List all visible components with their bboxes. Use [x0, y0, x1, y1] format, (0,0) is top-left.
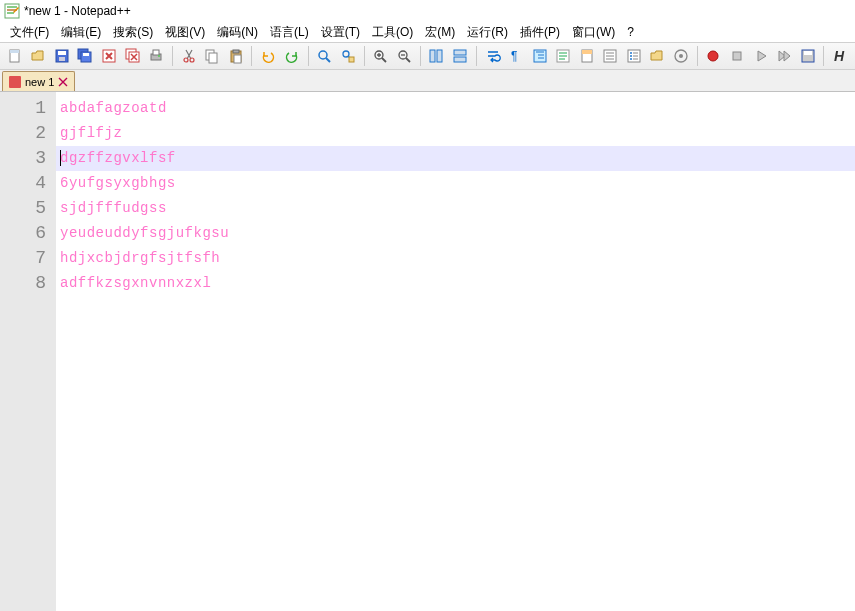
zoom-in-button[interactable]	[370, 45, 392, 67]
function-list-button[interactable]	[623, 45, 645, 67]
code-line[interactable]: 6yufgsyxgbhgs	[56, 171, 855, 196]
text-caret	[60, 150, 61, 166]
toolbar-separator	[697, 46, 698, 66]
indent-guide-button[interactable]	[529, 45, 551, 67]
svg-point-41	[630, 52, 632, 54]
sync-vscroll-button[interactable]	[426, 45, 448, 67]
toolbar: ¶ H	[0, 42, 855, 70]
stop-macro-button[interactable]	[726, 45, 748, 67]
menu-run[interactable]: 运行(R)	[461, 22, 514, 43]
toolbar-separator	[476, 46, 477, 66]
menu-view[interactable]: 视图(V)	[159, 22, 211, 43]
menu-settings[interactable]: 设置(T)	[315, 22, 366, 43]
menu-search[interactable]: 搜索(S)	[107, 22, 159, 43]
doc-map-button[interactable]	[576, 45, 598, 67]
doc-list-button[interactable]	[599, 45, 621, 67]
menu-tools[interactable]: 工具(O)	[366, 22, 419, 43]
svg-rect-32	[454, 50, 466, 55]
show-all-chars-button[interactable]: ¶	[505, 45, 527, 67]
unsaved-icon	[9, 76, 21, 88]
sync-hscroll-button[interactable]	[449, 45, 471, 67]
copy-button[interactable]	[201, 45, 223, 67]
line-number-gutter: 12345678	[0, 92, 56, 611]
toolbar-separator	[308, 46, 309, 66]
close-icon[interactable]	[58, 77, 68, 87]
menu-window[interactable]: 窗口(W)	[566, 22, 621, 43]
code-line[interactable]: sjdjfffudgss	[56, 196, 855, 221]
redo-button[interactable]	[281, 45, 303, 67]
monitoring-button[interactable]	[670, 45, 692, 67]
record-macro-button[interactable]	[703, 45, 725, 67]
cut-button[interactable]	[178, 45, 200, 67]
svg-rect-16	[153, 50, 159, 55]
open-file-button[interactable]	[28, 45, 50, 67]
svg-rect-1	[7, 6, 17, 8]
svg-rect-30	[430, 50, 435, 62]
toolbar-separator	[420, 46, 421, 66]
folder-button[interactable]	[647, 45, 669, 67]
code-line[interactable]: abdafagzoatd	[56, 96, 855, 121]
svg-rect-49	[804, 51, 812, 55]
save-macro-button[interactable]	[797, 45, 819, 67]
line-number: 5	[0, 196, 56, 221]
play-macro-button[interactable]	[750, 45, 772, 67]
title-bar: *new 1 - Notepad++	[0, 0, 855, 22]
line-number: 8	[0, 271, 56, 296]
close-all-button[interactable]	[122, 45, 144, 67]
tab-bar: new 1	[0, 70, 855, 92]
svg-point-18	[184, 58, 188, 62]
print-button[interactable]	[145, 45, 167, 67]
udl-button[interactable]	[552, 45, 574, 67]
toolbar-separator	[364, 46, 365, 66]
svg-rect-3	[7, 12, 14, 14]
svg-point-46	[708, 51, 718, 61]
code-line[interactable]: adffkzsgxnvnnxzxl	[56, 271, 855, 296]
code-line[interactable]: hdjxcbjdrgfsjtfsfh	[56, 246, 855, 271]
toolbar-separator	[172, 46, 173, 66]
svg-rect-31	[437, 50, 442, 62]
code-line[interactable]: yeudeuddyfsgjufkgsu	[56, 221, 855, 246]
new-file-button[interactable]	[4, 45, 26, 67]
toolbar-separator	[823, 46, 824, 66]
menu-edit[interactable]: 编辑(E)	[55, 22, 107, 43]
svg-point-17	[158, 55, 160, 57]
close-button[interactable]	[98, 45, 120, 67]
menu-plugins[interactable]: 插件(P)	[514, 22, 566, 43]
menu-help[interactable]: ?	[621, 23, 640, 41]
window-title: *new 1 - Notepad++	[24, 4, 131, 18]
code-line[interactable]: gjflfjz	[56, 121, 855, 146]
undo-button[interactable]	[257, 45, 279, 67]
line-number: 1	[0, 96, 56, 121]
menu-encoding[interactable]: 编码(N)	[211, 22, 264, 43]
svg-text:¶: ¶	[511, 49, 517, 63]
save-all-button[interactable]	[75, 45, 97, 67]
app-icon	[4, 3, 20, 19]
svg-rect-23	[233, 50, 239, 53]
code-line[interactable]: dgzffzgvxlfsf	[56, 146, 855, 171]
svg-point-25	[319, 51, 327, 59]
menu-bar: 文件(F) 编辑(E) 搜索(S) 视图(V) 编码(N) 语言(L) 设置(T…	[0, 22, 855, 42]
menu-file[interactable]: 文件(F)	[4, 22, 55, 43]
svg-rect-24	[234, 55, 241, 63]
replace-button[interactable]	[337, 45, 359, 67]
tab-new-1[interactable]: new 1	[2, 71, 75, 91]
menu-macro[interactable]: 宏(M)	[419, 22, 461, 43]
code-area[interactable]: abdafagzoatdgjflfjzdgzffzgvxlfsf6yufgsyx…	[56, 92, 855, 611]
svg-text:H: H	[834, 48, 845, 64]
menu-language[interactable]: 语言(L)	[264, 22, 315, 43]
zoom-out-button[interactable]	[393, 45, 415, 67]
wordwrap-button[interactable]	[482, 45, 504, 67]
toolbar-separator	[251, 46, 252, 66]
save-button[interactable]	[51, 45, 73, 67]
svg-rect-5	[10, 50, 19, 53]
find-button[interactable]	[314, 45, 336, 67]
svg-point-45	[679, 54, 683, 58]
svg-rect-33	[454, 57, 466, 62]
play-multi-button[interactable]	[773, 45, 795, 67]
hex-button[interactable]: H	[829, 45, 851, 67]
svg-rect-38	[582, 50, 592, 54]
paste-button[interactable]	[225, 45, 247, 67]
editor: 12345678 abdafagzoatdgjflfjzdgzffzgvxlfs…	[0, 92, 855, 611]
svg-rect-8	[59, 57, 65, 61]
line-number: 2	[0, 121, 56, 146]
